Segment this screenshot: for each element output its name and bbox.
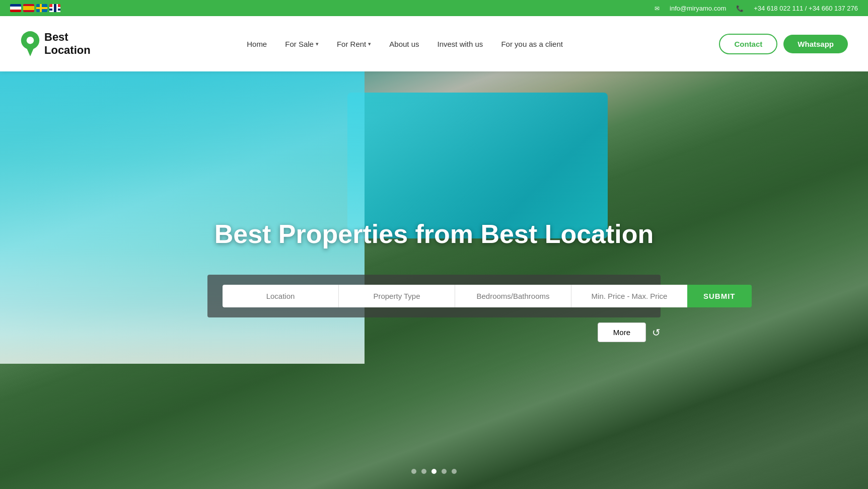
- hero-content: Best Properties from Best Location: [214, 218, 654, 250]
- flag-no[interactable]: [49, 4, 60, 12]
- flag-se[interactable]: [36, 4, 47, 12]
- hero-section: Best Properties from Best Location SUBMI…: [0, 71, 868, 489]
- top-bar: info@miryamo.com +34 618 022 111 / +34 6…: [0, 0, 868, 16]
- carousel-dot-2[interactable]: [421, 469, 426, 474]
- price-range-input[interactable]: [571, 285, 687, 307]
- main-nav: Home For Sale ▾ For Rent ▾ About us Inve…: [247, 40, 563, 48]
- flag-es[interactable]: [23, 4, 34, 12]
- phone-number: +34 618 022 111 / +34 660 137 276: [754, 5, 858, 12]
- nav-about-us[interactable]: About us: [389, 40, 419, 48]
- email-link[interactable]: info@miryamo.com: [670, 5, 726, 12]
- carousel-dot-5[interactable]: [452, 469, 457, 474]
- carousel-dot-3[interactable]: [431, 469, 437, 474]
- nav-for-sale[interactable]: For Sale ▾: [285, 40, 319, 48]
- nav-for-rent[interactable]: For Rent ▾: [337, 40, 371, 48]
- chevron-down-icon: ▾: [368, 41, 371, 47]
- chevron-down-icon: ▾: [316, 41, 319, 47]
- carousel-dot-1[interactable]: [411, 469, 416, 474]
- svg-marker-2: [26, 46, 35, 56]
- contact-button[interactable]: Contact: [719, 34, 777, 54]
- reset-icon[interactable]: ↺: [652, 327, 661, 339]
- language-flags[interactable]: [10, 4, 60, 12]
- logo-pin-icon: [20, 31, 40, 56]
- more-button[interactable]: More: [598, 322, 646, 342]
- nav-home[interactable]: Home: [247, 40, 267, 48]
- search-bar: SUBMIT: [207, 275, 661, 317]
- top-bar-right: info@miryamo.com +34 618 022 111 / +34 6…: [655, 5, 858, 12]
- phone-icon: [736, 5, 744, 12]
- search-more-row: More ↺: [207, 322, 661, 342]
- svg-point-1: [27, 37, 34, 44]
- bedrooms-bathrooms-input[interactable]: [455, 285, 571, 307]
- whatsapp-button[interactable]: Whatsapp: [783, 35, 848, 53]
- carousel-dots[interactable]: [411, 469, 457, 474]
- nav-for-client[interactable]: For you as a client: [501, 40, 563, 48]
- logo[interactable]: Best Location: [20, 31, 91, 57]
- carousel-dot-4[interactable]: [442, 469, 447, 474]
- nav-buttons: Contact Whatsapp: [719, 34, 848, 54]
- header: Best Location Home For Sale ▾ For Rent ▾…: [0, 16, 868, 71]
- property-type-input[interactable]: [339, 285, 455, 307]
- email-icon: [655, 5, 660, 12]
- flag-uk[interactable]: [10, 4, 21, 12]
- nav-invest[interactable]: Invest with us: [438, 40, 483, 48]
- hero-title: Best Properties from Best Location: [214, 218, 654, 250]
- location-input[interactable]: [223, 285, 339, 307]
- logo-text: Best Location: [44, 31, 91, 57]
- submit-button[interactable]: SUBMIT: [687, 285, 752, 307]
